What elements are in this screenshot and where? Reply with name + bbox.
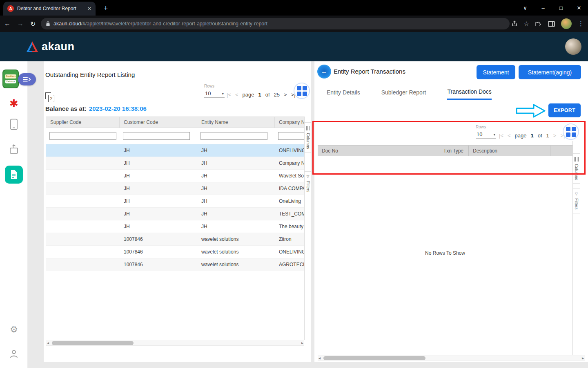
browser-tab-strip: A Debtor and Creditor Report ✕ + ∨ – □ ✕ — [0, 0, 588, 16]
balance-datetime: 2023-02-20 16:38:06 — [89, 105, 147, 112]
scroll-left-icon[interactable]: ◂ — [318, 356, 321, 360]
menu-open-icon — [22, 76, 31, 83]
tab-close-icon[interactable]: ✕ — [87, 6, 91, 11]
url-bar[interactable]: akaun.cloud/#/applet/tnt/wavelet/erp/deb… — [41, 18, 510, 29]
scroll-right-icon[interactable]: ▸ — [301, 341, 303, 345]
page-current: 1 — [258, 92, 261, 98]
balance-as-at: Balance as at:2023-02-20 16:38:06 — [45, 105, 147, 112]
table-row[interactable]: JHJHOneLiving — [46, 195, 304, 208]
browser-forward-button[interactable]: → — [17, 20, 24, 27]
table-row[interactable]: 1007846wavelet solutionsONELIVING — [46, 246, 304, 258]
sidebar-item-debtor-creditor-applet[interactable]: Creditors Debtors — [2, 70, 19, 88]
sidebar-item-checkout[interactable] — [0, 144, 28, 155]
bookmark-star-icon[interactable]: ☆ — [524, 20, 529, 27]
table-header-row: Supplier Code Customer Code Entity Name … — [46, 117, 304, 128]
red-asterisk-icon: ✱ — [9, 97, 18, 110]
cyan-annotation-arrow — [516, 104, 546, 118]
horizontal-scrollbar[interactable]: ◂ ▸ — [46, 340, 304, 346]
page-of-label: of — [265, 92, 270, 98]
horizontal-scrollbar[interactable]: ◂ ▸ — [318, 355, 585, 361]
filters-side-tab[interactable]: ▽ Filters — [305, 171, 311, 196]
akaun-triangle-icon — [26, 41, 38, 52]
brand-name: akaun — [42, 40, 75, 53]
first-page-button[interactable]: |< — [227, 92, 231, 98]
new-tab-button[interactable]: + — [100, 3, 111, 13]
grid-side-bar: Columns ▽ Filters — [304, 117, 311, 340]
side-panel-icon[interactable] — [548, 21, 555, 27]
window-minimize-button[interactable]: – — [534, 0, 552, 16]
customer-code-filter-input[interactable] — [123, 132, 190, 140]
table-row[interactable]: JHJHCompany N — [46, 157, 304, 170]
scrollbar-thumb[interactable] — [323, 356, 425, 360]
tab-favicon-icon: A — [7, 5, 14, 12]
browser-address-bar: ← → ↻ akaun.cloud/#/applet/tnt/wavelet/e… — [0, 16, 588, 32]
settings-gear-icon[interactable]: ⚙ — [0, 325, 28, 334]
page-total: 25 — [274, 92, 280, 98]
scroll-right-icon[interactable]: ▸ — [582, 356, 584, 360]
sidebar-item-clipboard[interactable] — [0, 119, 28, 130]
entity-report-transactions-panel: ← Entity Report Transactions Statement S… — [314, 61, 588, 362]
prev-page-button[interactable]: < — [235, 92, 238, 98]
entity-name-filter-input[interactable] — [200, 132, 267, 140]
expand-menu-button[interactable] — [18, 73, 36, 85]
sidebar-item-report-active[interactable] — [5, 166, 23, 184]
extensions-puzzle-icon[interactable] — [535, 20, 542, 27]
back-arrow-icon: ← — [321, 68, 327, 75]
statement-aging-button[interactable]: Statement(aging) — [519, 65, 581, 79]
column-header-entity-name[interactable]: Entity Name — [197, 117, 275, 128]
url-text: akaun.cloud/#/applet/tnt/wavelet/erp/deb… — [53, 21, 267, 27]
no-rows-message: No Rows To Show — [318, 250, 572, 256]
clipboard-icon — [10, 119, 18, 130]
red-annotation-rectangle — [312, 121, 586, 175]
columns-side-tab[interactable]: Columns — [305, 122, 311, 153]
panel-tabs: Entity Details Subledger Report Transact… — [314, 84, 588, 100]
window-close-button[interactable]: ✕ — [570, 0, 588, 16]
balance-label: Balance as at: — [45, 105, 87, 112]
box-arrow-icon — [9, 144, 19, 155]
sidebar-item-pdf-app[interactable]: ✱ — [0, 98, 28, 109]
column-header-customer-code[interactable]: Customer Code — [120, 117, 197, 128]
browser-profile-avatar[interactable] — [561, 18, 572, 29]
page-title: Outstanding Entity Report Listing — [45, 71, 135, 78]
tab-transaction-docs[interactable]: Transaction Docs — [447, 84, 491, 100]
filter-icon: ▽ — [575, 192, 578, 196]
browser-menu-kebab-icon[interactable]: ⋮ — [578, 20, 584, 27]
share-icon[interactable] — [511, 20, 518, 27]
grid-view-icon[interactable] — [294, 83, 310, 99]
profile-person-icon[interactable] — [0, 349, 28, 359]
user-avatar[interactable] — [565, 38, 581, 55]
tab-title: Debtor and Creditor Report — [17, 6, 84, 11]
table-filter-row — [46, 128, 304, 144]
table-row[interactable]: 1007846wavelet solutionsZitron — [46, 233, 304, 246]
table-row[interactable]: JHJHTEST_COMP — [46, 208, 304, 220]
supplier-code-filter-input[interactable] — [49, 132, 116, 140]
table-row[interactable]: JHJHThe beauty — [46, 220, 304, 233]
copy-count-icon[interactable]: 2 — [45, 92, 54, 102]
scroll-left-icon[interactable]: ◂ — [47, 341, 49, 345]
company-name-filter-input[interactable] — [278, 132, 304, 140]
table-row[interactable]: JHJHONELIVING — [46, 144, 304, 157]
column-header-supplier-code[interactable]: Supplier Code — [46, 117, 120, 128]
scrollbar-thumb[interactable] — [52, 341, 134, 345]
akaun-logo: akaun — [26, 32, 75, 61]
table-row[interactable]: JHJHIDA COMPA — [46, 182, 304, 195]
table-row[interactable]: JHJHWavelet Sol — [46, 170, 304, 182]
window-chevron-icon[interactable]: ∨ — [516, 0, 534, 16]
rows-per-page-select[interactable]: Rows 10▾ — [204, 84, 225, 98]
column-header-company-name[interactable]: Company N — [275, 117, 304, 128]
window-maximize-button[interactable]: □ — [552, 0, 570, 16]
entity-table: Supplier Code Customer Code Entity Name … — [46, 117, 304, 271]
filters-side-tab[interactable]: ▽ Filters — [573, 188, 580, 213]
next-page-button[interactable]: > — [284, 92, 287, 98]
export-button[interactable]: EXPORT — [548, 103, 581, 117]
browser-tab[interactable]: A Debtor and Creditor Report ✕ — [3, 2, 96, 16]
statement-button[interactable]: Statement — [477, 65, 515, 79]
tab-subledger-report[interactable]: Subledger Report — [381, 84, 426, 100]
browser-back-button[interactable]: ← — [4, 20, 11, 27]
padlock-icon — [46, 21, 50, 27]
screen: A Debtor and Creditor Report ✕ + ∨ – □ ✕… — [0, 0, 588, 368]
table-row[interactable]: 1007846wavelet solutionsAGROTECH — [46, 258, 304, 271]
browser-reload-button[interactable]: ↻ — [30, 20, 36, 28]
back-button[interactable]: ← — [317, 65, 331, 79]
tab-entity-details[interactable]: Entity Details — [327, 84, 360, 100]
